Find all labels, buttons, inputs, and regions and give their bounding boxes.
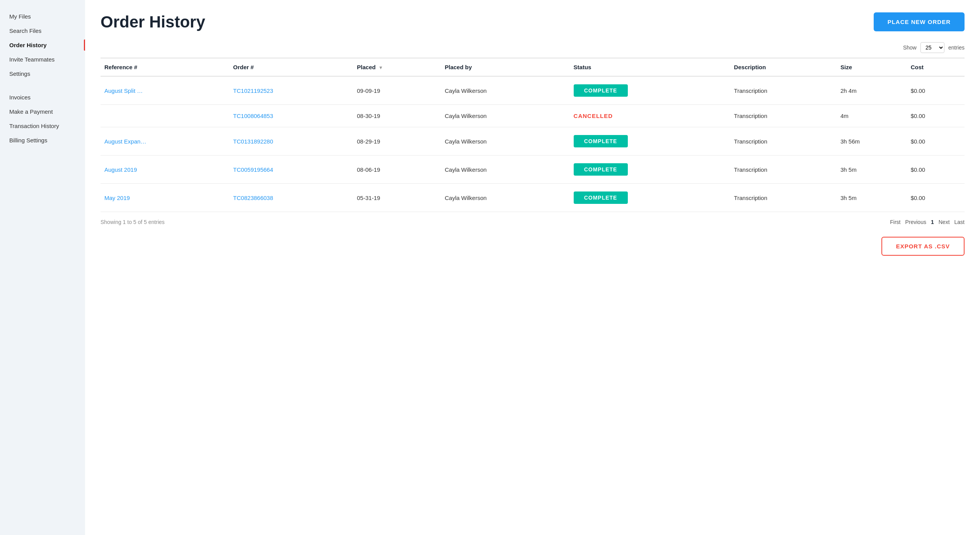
reference-link[interactable]: August Split … xyxy=(104,87,143,94)
cell-placed-by: Cayla Wilkerson xyxy=(441,105,570,127)
status-badge-complete: COMPLETE xyxy=(574,191,628,204)
sidebar: My FilesSearch FilesOrder HistoryInvite … xyxy=(0,0,85,535)
table-row: TC100806485308-30-19Cayla WilkersonCANCE… xyxy=(101,105,965,127)
table-header: Reference #Order #Placed ▼Placed byStatu… xyxy=(101,58,965,76)
cell-placed-by: Cayla Wilkerson xyxy=(441,184,570,212)
cell-status: COMPLETE xyxy=(570,76,730,105)
status-badge-complete: COMPLETE xyxy=(574,84,628,97)
col-header-placed[interactable]: Placed ▼ xyxy=(353,58,441,76)
table-row: August Expan…TC013189228008-29-19Cayla W… xyxy=(101,127,965,156)
col-header-description: Description xyxy=(730,58,837,76)
pagination-next[interactable]: Next xyxy=(939,219,950,225)
export-row: EXPORT AS .CSV xyxy=(101,237,965,256)
table-row: August 2019TC005919566408-06-19Cayla Wil… xyxy=(101,156,965,184)
sidebar-item-invite-teammates[interactable]: Invite Teammates xyxy=(0,52,85,67)
place-new-order-button[interactable]: PLACE NEW ORDER xyxy=(874,12,965,31)
order-number-link[interactable]: TC1021192523 xyxy=(233,87,273,94)
cell-placed-by: Cayla Wilkerson xyxy=(441,156,570,184)
order-number-link[interactable]: TC0131892280 xyxy=(233,138,273,145)
col-header-order: Order # xyxy=(229,58,353,76)
export-csv-button[interactable]: EXPORT AS .CSV xyxy=(881,237,965,256)
order-number-link[interactable]: TC0059195664 xyxy=(233,166,273,173)
cell-description: Transcription xyxy=(730,184,837,212)
col-header-size: Size xyxy=(837,58,907,76)
cell-placed-by: Cayla Wilkerson xyxy=(441,127,570,156)
cell-status: COMPLETE xyxy=(570,156,730,184)
cell-size: 3h 56m xyxy=(837,127,907,156)
show-label: Show xyxy=(903,44,917,51)
reference-link[interactable]: August Expan… xyxy=(104,138,146,145)
table-row: August Split …TC102119252309-09-19Cayla … xyxy=(101,76,965,105)
entries-per-page-select[interactable]: 102550100 xyxy=(920,42,944,53)
table-row: May 2019TC082386603805-31-19Cayla Wilker… xyxy=(101,184,965,212)
col-header-placed_by: Placed by xyxy=(441,58,570,76)
pagination-previous[interactable]: Previous xyxy=(905,219,926,225)
sidebar-item-make-payment[interactable]: Make a Payment xyxy=(0,104,85,119)
table-body: August Split …TC102119252309-09-19Cayla … xyxy=(101,76,965,212)
cell-placed-date: 05-31-19 xyxy=(353,184,441,212)
cell-reference[interactable]: August Expan… xyxy=(101,127,229,156)
cell-description: Transcription xyxy=(730,156,837,184)
sidebar-item-order-history[interactable]: Order History xyxy=(0,38,85,52)
cell-placed-date: 08-29-19 xyxy=(353,127,441,156)
status-badge-complete: COMPLETE xyxy=(574,135,628,147)
cell-reference xyxy=(101,105,229,127)
order-number-link[interactable]: TC0823866038 xyxy=(233,195,273,201)
page-title: Order History xyxy=(101,13,205,31)
col-header-status: Status xyxy=(570,58,730,76)
reference-link[interactable]: August 2019 xyxy=(104,166,137,173)
cell-reference[interactable]: August 2019 xyxy=(101,156,229,184)
showing-entries-text: Showing 1 to 5 of 5 entries xyxy=(101,219,165,225)
cell-description: Transcription xyxy=(730,105,837,127)
cell-size: 4m xyxy=(837,105,907,127)
cell-order-number: TC0823866038 xyxy=(229,184,353,212)
show-entries-row: Show 102550100 entries xyxy=(101,42,965,53)
cell-cost: $0.00 xyxy=(907,127,965,156)
sidebar-item-search-files[interactable]: Search Files xyxy=(0,24,85,38)
sidebar-item-billing-settings[interactable]: Billing Settings xyxy=(0,133,85,147)
cell-reference[interactable]: August Split … xyxy=(101,76,229,105)
status-badge-complete: COMPLETE xyxy=(574,163,628,176)
entries-label: entries xyxy=(948,44,965,51)
cell-size: 2h 4m xyxy=(837,76,907,105)
cell-reference[interactable]: May 2019 xyxy=(101,184,229,212)
header-row: Order History PLACE NEW ORDER xyxy=(101,12,965,31)
main-content: Order History PLACE NEW ORDER Show 10255… xyxy=(85,0,980,535)
sidebar-item-my-files[interactable]: My Files xyxy=(0,9,85,24)
table-footer: Showing 1 to 5 of 5 entries First Previo… xyxy=(101,212,965,229)
cell-description: Transcription xyxy=(730,127,837,156)
orders-table-wrapper: Reference #Order #Placed ▼Placed byStatu… xyxy=(101,58,965,212)
orders-table: Reference #Order #Placed ▼Placed byStatu… xyxy=(101,58,965,212)
cell-status: COMPLETE xyxy=(570,184,730,212)
cell-status: COMPLETE xyxy=(570,127,730,156)
pagination: First Previous 1 Next Last xyxy=(890,219,965,225)
cell-order-number: TC0131892280 xyxy=(229,127,353,156)
cell-placed-date: 09-09-19 xyxy=(353,76,441,105)
cell-placed-by: Cayla Wilkerson xyxy=(441,76,570,105)
cell-cost: $0.00 xyxy=(907,156,965,184)
cell-cost: $0.00 xyxy=(907,76,965,105)
sidebar-item-invoices[interactable]: Invoices xyxy=(0,90,85,104)
cell-order-number: TC0059195664 xyxy=(229,156,353,184)
cell-description: Transcription xyxy=(730,76,837,105)
col-header-reference: Reference # xyxy=(101,58,229,76)
cell-placed-date: 08-06-19 xyxy=(353,156,441,184)
cell-cost: $0.00 xyxy=(907,184,965,212)
cell-size: 3h 5m xyxy=(837,184,907,212)
cell-size: 3h 5m xyxy=(837,156,907,184)
cell-order-number: TC1021192523 xyxy=(229,76,353,105)
order-number-link[interactable]: TC1008064853 xyxy=(233,113,273,119)
pagination-last[interactable]: Last xyxy=(954,219,965,225)
cell-placed-date: 08-30-19 xyxy=(353,105,441,127)
col-header-cost: Cost xyxy=(907,58,965,76)
cell-status: CANCELLED xyxy=(570,105,730,127)
cell-order-number: TC1008064853 xyxy=(229,105,353,127)
reference-link[interactable]: May 2019 xyxy=(104,195,130,201)
sort-icon: ▼ xyxy=(377,65,383,70)
cell-cost: $0.00 xyxy=(907,105,965,127)
sidebar-item-transaction-history[interactable]: Transaction History xyxy=(0,119,85,133)
pagination-current: 1 xyxy=(931,219,934,225)
sidebar-item-settings[interactable]: Settings xyxy=(0,67,85,81)
status-badge-cancelled: CANCELLED xyxy=(574,113,613,119)
pagination-first[interactable]: First xyxy=(890,219,900,225)
